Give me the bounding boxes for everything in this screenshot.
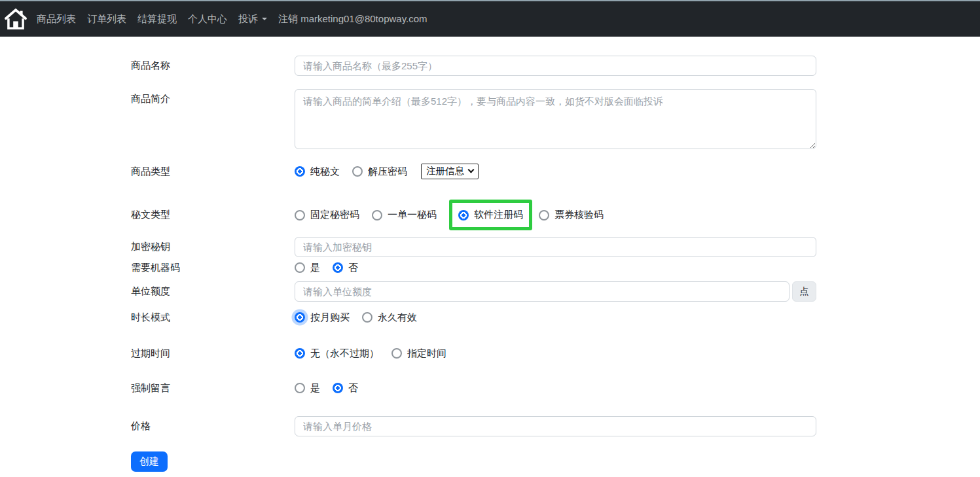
radio-label: 一单一秘码 xyxy=(388,209,437,221)
radio-label: 指定时间 xyxy=(407,347,446,360)
secret-type-label: 秘文类型 xyxy=(131,209,295,221)
encrypt-key-label: 加密秘钥 xyxy=(131,237,295,257)
nav-item-settlement-withdraw[interactable]: 结算提现 xyxy=(137,13,177,26)
quota-unit-addon[interactable]: 点 xyxy=(792,281,816,302)
radio-option-force-no[interactable]: 否 xyxy=(333,382,358,395)
radio-option-machine-yes[interactable]: 是 xyxy=(295,262,320,274)
product-create-form: 商品名称 商品简介 商品类型 纯秘文 解压密码 注册信息 xyxy=(0,37,825,477)
radio-checked-icon[interactable] xyxy=(458,210,469,221)
radio-label: 纯秘文 xyxy=(310,166,340,178)
radio-option-force-yes[interactable]: 是 xyxy=(295,382,320,395)
price-label: 价格 xyxy=(131,416,295,436)
force-message-label: 强制留言 xyxy=(131,382,295,395)
select-caret-icon xyxy=(468,167,475,173)
radio-option-machine-no[interactable]: 否 xyxy=(333,262,358,274)
nav-item-logout[interactable]: 注销 marketing01@80topway.com xyxy=(278,13,427,26)
radio-label: 无（永不过期） xyxy=(310,347,379,360)
form-row-product-type: 商品类型 纯秘文 解压密码 注册信息 xyxy=(131,164,825,179)
duration-mode-label: 时长模式 xyxy=(131,311,295,324)
machine-code-label: 需要机器码 xyxy=(131,262,295,274)
form-row-duration-mode: 时长模式 按月购买 永久有效 xyxy=(131,309,825,325)
form-row-price: 价格 xyxy=(131,416,825,436)
product-intro-label: 商品简介 xyxy=(131,89,295,149)
radio-unchecked-icon[interactable] xyxy=(362,312,372,323)
nav-item-complaints-label: 投诉 xyxy=(238,13,258,26)
create-button[interactable]: 创建 xyxy=(131,451,168,472)
radio-option-permanent-valid[interactable]: 永久有效 xyxy=(362,311,417,324)
radio-option-one-order-one-code[interactable]: 一单一秘码 xyxy=(372,209,437,221)
radio-label: 软件注册码 xyxy=(474,209,523,221)
radio-option-pure-secret[interactable]: 纯秘文 xyxy=(295,166,340,178)
product-name-label: 商品名称 xyxy=(131,56,295,76)
select-value: 注册信息 xyxy=(426,165,464,177)
unit-quota-input[interactable] xyxy=(295,281,789,302)
radio-label: 固定秘密码 xyxy=(310,209,359,221)
radio-label: 解压密码 xyxy=(368,166,407,178)
top-navbar: 商品列表 订单列表 结算提现 个人中心 投诉 注销 marketing01@80… xyxy=(0,1,980,37)
radio-unchecked-icon[interactable] xyxy=(295,262,305,273)
radio-unchecked-icon[interactable] xyxy=(391,348,402,359)
radio-option-software-register-code[interactable]: 软件注册码 xyxy=(458,209,523,221)
form-row-product-name: 商品名称 xyxy=(131,56,825,76)
unit-quota-label: 单位额度 xyxy=(131,281,295,302)
radio-checked-focused-icon[interactable] xyxy=(295,312,305,323)
highlight-annotation-box: 软件注册码 xyxy=(449,200,532,230)
radio-label: 是 xyxy=(310,262,320,274)
form-row-product-intro: 商品简介 xyxy=(131,89,825,149)
radio-checked-icon[interactable] xyxy=(333,262,343,273)
radio-unchecked-icon[interactable] xyxy=(372,210,382,221)
radio-label: 否 xyxy=(348,262,358,274)
radio-label: 永久有效 xyxy=(378,311,417,324)
radio-unchecked-icon[interactable] xyxy=(539,210,549,221)
product-intro-textarea[interactable] xyxy=(295,89,816,149)
radio-unchecked-icon[interactable] xyxy=(295,210,305,221)
radio-label: 按月购买 xyxy=(310,311,350,324)
home-icon[interactable] xyxy=(1,4,30,34)
product-name-input[interactable] xyxy=(295,56,816,76)
register-info-select[interactable]: 注册信息 xyxy=(421,164,479,179)
radio-option-unzip-password[interactable]: 解压密码 xyxy=(352,166,407,178)
form-row-unit-quota: 单位额度 点 xyxy=(131,281,825,302)
form-row-secret-type: 秘文类型 固定秘密码 一单一秘码 软件注册码 票券核验码 xyxy=(131,200,825,230)
radio-checked-icon[interactable] xyxy=(295,348,305,359)
encrypt-key-input[interactable] xyxy=(295,237,816,257)
radio-option-ticket-verify-code[interactable]: 票券核验码 xyxy=(539,209,604,221)
form-row-machine-code: 需要机器码 是 否 xyxy=(131,260,825,275)
form-row-encrypt-key: 加密秘钥 xyxy=(131,237,825,257)
radio-option-specified-time[interactable]: 指定时间 xyxy=(391,347,446,360)
nav-item-complaints-dropdown[interactable]: 投诉 xyxy=(238,13,267,26)
radio-checked-icon[interactable] xyxy=(333,383,343,393)
radio-unchecked-icon[interactable] xyxy=(352,166,363,177)
price-input[interactable] xyxy=(295,416,816,436)
nav-item-order-list[interactable]: 订单列表 xyxy=(87,13,126,26)
product-type-label: 商品类型 xyxy=(131,166,295,178)
form-row-force-message: 强制留言 是 否 xyxy=(131,380,825,396)
radio-unchecked-icon[interactable] xyxy=(295,383,305,393)
radio-option-fixed-secret-code[interactable]: 固定秘密码 xyxy=(295,209,359,221)
radio-label: 是 xyxy=(310,382,320,395)
radio-label: 否 xyxy=(348,382,358,395)
nav-items: 商品列表 订单列表 结算提现 个人中心 投诉 注销 marketing01@80… xyxy=(37,13,427,26)
expire-time-label: 过期时间 xyxy=(131,347,295,360)
radio-option-monthly-purchase[interactable]: 按月购买 xyxy=(295,311,350,324)
radio-label: 票券核验码 xyxy=(554,209,604,221)
nav-item-personal-center[interactable]: 个人中心 xyxy=(188,13,227,26)
nav-item-product-list[interactable]: 商品列表 xyxy=(37,13,76,26)
chevron-down-icon xyxy=(262,18,267,20)
radio-checked-icon[interactable] xyxy=(295,166,305,177)
form-row-expire-time: 过期时间 无（永不过期） 指定时间 xyxy=(131,345,825,361)
radio-option-never-expire[interactable]: 无（永不过期） xyxy=(295,347,379,360)
